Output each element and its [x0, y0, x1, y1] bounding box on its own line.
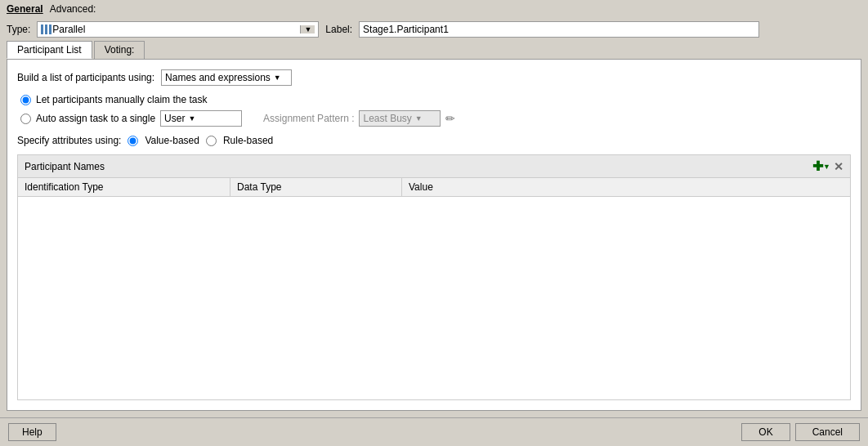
cancel-button[interactable]: Cancel — [795, 423, 860, 441]
general-tab[interactable]: General — [7, 3, 43, 15]
add-participant-button[interactable]: ✚ ▼ — [812, 158, 830, 174]
type-select[interactable]: Parallel ▼ — [37, 21, 319, 38]
user-dropdown-arrow: ▼ — [188, 114, 195, 123]
least-busy-value: Least Busy — [363, 113, 411, 124]
help-button[interactable]: Help — [8, 423, 56, 441]
table-body — [18, 197, 850, 399]
col-identification: Identification Type — [18, 178, 230, 196]
specify-label: Specify attributes using: — [17, 135, 121, 146]
least-busy-arrow: ▼ — [415, 114, 423, 123]
auto-assign-radio[interactable] — [20, 114, 31, 124]
build-label: Build a list of participants using: — [17, 72, 154, 83]
value-based-label: Value-based — [145, 135, 199, 146]
remove-participant-button[interactable]: ✕ — [834, 160, 843, 173]
build-dropdown[interactable]: Names and expressions ▼ — [161, 69, 292, 86]
edit-icon[interactable]: ✏ — [445, 112, 455, 125]
voting-tab[interactable]: Voting: — [94, 41, 145, 59]
add-icon: ✚ — [812, 158, 823, 174]
advanced-label: Advanced: — [50, 3, 96, 15]
least-busy-select: Least Busy ▼ — [359, 110, 441, 127]
label-field-label: Label: — [325, 24, 352, 35]
type-label: Type: — [7, 24, 30, 35]
rule-based-label: Rule-based — [223, 135, 273, 146]
rule-based-radio[interactable] — [206, 136, 217, 146]
parallel-icon — [41, 24, 52, 35]
label-input[interactable] — [359, 21, 759, 38]
user-value: User — [164, 113, 185, 124]
participant-names-title: Participant Names — [25, 161, 105, 172]
let-participants-label: Let participants manually claim the task — [36, 94, 207, 105]
build-dropdown-value: Names and expressions — [165, 72, 271, 83]
type-value: Parallel — [52, 24, 300, 35]
add-dropdown-arrow: ▼ — [823, 163, 830, 171]
col-value: Value — [402, 178, 850, 196]
user-select[interactable]: User ▼ — [160, 110, 242, 127]
ok-button[interactable]: OK — [741, 423, 790, 441]
assignment-pattern-label: Assignment Pattern : — [263, 113, 354, 124]
build-dropdown-arrow: ▼ — [274, 74, 281, 82]
type-dropdown-arrow[interactable]: ▼ — [300, 25, 315, 33]
auto-assign-label: Auto assign task to a single — [36, 113, 155, 124]
col-data-type: Data Type — [230, 178, 402, 196]
value-based-radio[interactable] — [128, 136, 138, 146]
let-participants-radio[interactable] — [20, 95, 31, 105]
participant-list-tab[interactable]: Participant List — [7, 41, 92, 59]
